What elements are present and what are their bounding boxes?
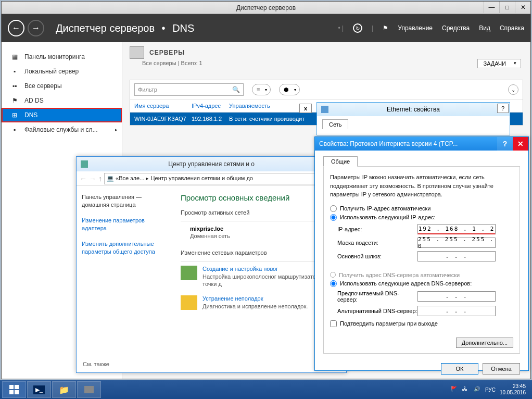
dns2-label: Альтернативный DNS-сервер: [337, 308, 417, 314]
refresh-icon[interactable]: ↻ [353, 23, 362, 33]
close-button[interactable]: ✕ [515, 2, 530, 13]
ethernet-help-button[interactable]: ? [497, 104, 509, 113]
ipv4-titlebar[interactable]: Свойства: Протокол Интернета версии 4 (T… [315, 137, 528, 151]
control-panel-home[interactable]: Панель управления — домашняя страница [82, 193, 170, 209]
troubleshoot-icon [181, 295, 197, 310]
mask-input[interactable]: 255 . 255 . 255 . 0 [417, 238, 496, 248]
pane-title: СЕРВЕРЫ [149, 49, 185, 56]
col-name[interactable]: Имя сервера [134, 103, 192, 109]
setup-icon [181, 266, 197, 280]
breadcrumb-root[interactable]: Диспетчер серверов [56, 22, 155, 34]
window-title: Диспетчер серверов [236, 4, 296, 11]
tray-language[interactable]: РУС [485, 387, 496, 393]
validate-checkbox[interactable]: Подтвердить параметры при выходе [330, 320, 513, 327]
expand-button[interactable]: ⌄ [508, 84, 518, 95]
pane-subtitle: Все серверы | Всего: 1 [142, 60, 530, 66]
ip-label: IP-адрес: [337, 226, 417, 232]
servers-icon: ▪▪ [10, 82, 19, 90]
ethernet-tab-network[interactable]: Сеть [322, 119, 348, 129]
tray-flag-icon[interactable]: 🚩 [451, 386, 458, 393]
sidebar-item-local[interactable]: ▪Локальный сервер [2, 64, 122, 79]
ipv4-intro-text: Параметры IP можно назначать автоматичес… [330, 173, 513, 199]
sharing-settings-link[interactable]: Изменить дополнительные параметры общего… [82, 240, 170, 256]
sidebar-item-files[interactable]: ▪Файловые службы и сл...▸ [2, 122, 122, 137]
dns1-input[interactable]: . . . [417, 291, 496, 302]
maximize-button[interactable]: □ [499, 2, 515, 13]
radio-ip-auto[interactable]: Получить IP-адрес автоматически [330, 205, 513, 212]
address-bar[interactable]: 💻 « Все эле... ▸ Центр управления сетями… [104, 173, 343, 184]
gateway-input[interactable]: . . . [417, 251, 496, 261]
network-titlebar[interactable]: Центр управления сетями и о [77, 157, 346, 171]
sidebar-item-dashboard[interactable]: ▦Панель мониторинга [2, 49, 122, 64]
adapter-settings-link[interactable]: Изменение параметров адаптера [82, 217, 170, 233]
network-breadcrumb: ← → ↑ 💻 « Все эле... ▸ Центр управления … [77, 171, 346, 186]
header-bar: ← → Диспетчер серверов • DNS • | ↻ | ⚑ У… [2, 14, 530, 42]
network-center-window: Центр управления сетями и о ← → ↑ 💻 « Вс… [76, 156, 347, 373]
minimize-button[interactable]: — [484, 2, 499, 13]
nic-icon [321, 106, 328, 113]
col-ip[interactable]: IPv4-адрес [192, 103, 229, 109]
ipv4-tab-general[interactable]: Общие [323, 156, 358, 167]
svg-rect-2 [9, 390, 14, 394]
adds-icon: ⚑ [10, 97, 19, 104]
svg-rect-3 [15, 390, 19, 394]
ipv4-close-button[interactable]: ✕ [513, 137, 528, 151]
breadcrumb: Диспетчер серверов • DNS [56, 22, 194, 34]
menu-help[interactable]: Справка [500, 24, 524, 32]
menu-manage[interactable]: Управление [398, 24, 433, 32]
taskbar-powershell[interactable]: ▶_ [27, 381, 51, 398]
search-icon[interactable]: 🔍 [232, 86, 240, 93]
start-button[interactable] [2, 381, 26, 398]
tray-sound-icon[interactable]: 🔊 [474, 386, 481, 393]
tray-network-icon[interactable]: 🖧 [462, 386, 470, 393]
sidebar-item-adds[interactable]: ⚑AD DS [2, 93, 122, 108]
taskbar[interactable]: ▶_ 📁 🚩 🖧 🔊 РУС 23:45 10.05.2016 [0, 380, 532, 399]
menu-view[interactable]: Вид [479, 24, 490, 32]
chevron-right-icon: ▸ [115, 127, 118, 132]
ipv4-help-button[interactable]: ? [497, 137, 513, 151]
radio-ip-manual[interactable]: Использовать следующий IP-адрес: [330, 214, 513, 221]
filter-dropdown-1[interactable]: ≡ [252, 84, 271, 95]
advanced-button[interactable]: Дополнительно... [456, 338, 513, 348]
gateway-label: Основной шлюз: [337, 253, 417, 259]
svg-rect-1 [15, 385, 19, 389]
cancel-button[interactable]: Отмена [483, 363, 520, 375]
ip-input[interactable]: 192 . 168 . 1 . 2 [417, 224, 496, 234]
back-arrow-icon[interactable]: ← [8, 20, 24, 36]
windows-icon [9, 384, 19, 395]
forward-arrow-icon: → [28, 20, 44, 36]
ipv4-dialog: Свойства: Протокол Интернета версии 4 (T… [314, 136, 529, 371]
back-icon[interactable]: ← [80, 174, 87, 183]
flag-icon[interactable]: ⚑ [383, 24, 388, 32]
radio-dns-manual[interactable]: Использовать следующие адреса DNS-сервер… [330, 280, 513, 287]
up-icon[interactable]: ↑ [98, 174, 102, 183]
dns-icon: ⊞ [10, 111, 19, 119]
server-icon: ▪ [10, 68, 19, 75]
network-icon [81, 160, 88, 168]
eth-x-bg: x [299, 104, 312, 113]
dns2-input[interactable]: . . . [417, 306, 496, 316]
titlebar[interactable]: Диспетчер серверов — □ ✕ [2, 2, 530, 14]
radio-dns-auto: Получить адрес DNS-сервера автоматически [330, 272, 513, 278]
globe-icon [130, 46, 144, 59]
files-icon: ▪ [10, 126, 19, 133]
forward-icon: → [89, 174, 96, 183]
ok-button[interactable]: ОК [441, 363, 478, 375]
breadcrumb-current[interactable]: DNS [172, 22, 194, 34]
svg-rect-0 [9, 385, 14, 389]
tray-clock[interactable]: 23:45 10.05.2016 [500, 383, 526, 396]
mask-label: Маска подсети: [337, 240, 417, 246]
filter-input[interactable]: Фильтр🔍 [134, 83, 244, 96]
filter-dropdown-2[interactable]: ⬢ [279, 84, 300, 95]
dns1-label: Предпочитаемый DNS-сервер: [337, 290, 417, 303]
see-also[interactable]: См. также [83, 361, 109, 367]
network-sidebar: Панель управления — домашняя страница Из… [77, 186, 175, 372]
taskbar-server-manager[interactable] [77, 381, 101, 398]
taskbar-explorer[interactable]: 📁 [52, 381, 76, 398]
sidebar-item-dns[interactable]: ⊞DNS [2, 108, 122, 122]
dashboard-icon: ▦ [10, 53, 19, 60]
ethernet-titlebar[interactable]: Ethernet: свойства x ? [317, 103, 510, 116]
menu-tools[interactable]: Средства [442, 24, 470, 32]
sidebar-item-all[interactable]: ▪▪Все серверы [2, 79, 122, 93]
tasks-dropdown[interactable]: ЗАДАЧИ [477, 59, 521, 68]
